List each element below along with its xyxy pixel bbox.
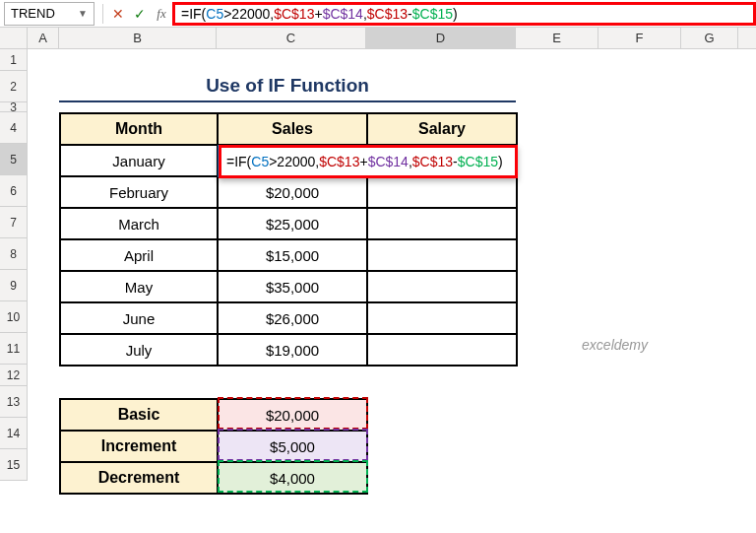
formula-bar: TREND ▼ ✕ ✓ fx =IF(C5>22000,$C$13+$C$14,… (0, 0, 756, 28)
formula-input[interactable]: =IF(C5>22000,$C$13+$C$14,$C$13-$C$15) (172, 2, 756, 26)
cell-salary[interactable] (367, 208, 517, 239)
row-header[interactable]: 7 (0, 207, 28, 238)
cell-month[interactable]: April (60, 239, 218, 271)
col-header-G[interactable]: G (681, 28, 738, 48)
cell-sales[interactable]: $20,000 (218, 176, 367, 208)
row-header[interactable]: 15 (0, 449, 28, 481)
th-sales[interactable]: Sales (218, 113, 367, 145)
row-header[interactable]: 3 (0, 102, 28, 112)
cell-month[interactable]: May (60, 271, 218, 302)
row-header[interactable]: 1 (0, 49, 28, 71)
fx-icon[interactable]: fx (151, 3, 172, 25)
cell-sales[interactable]: $35,000 (218, 271, 367, 302)
page-title: Use of IF Function (59, 71, 516, 102)
cell-salary[interactable] (367, 239, 517, 271)
row-header[interactable]: 12 (0, 365, 28, 386)
th-increment[interactable]: Increment (60, 431, 218, 462)
spreadsheet-grid: A B C D E F G 1 2 3 4 5 6 7 8 9 10 11 12… (0, 28, 756, 481)
col-header-F[interactable]: F (598, 28, 681, 48)
th-decrement[interactable]: Decrement (60, 462, 218, 494)
col-header-B[interactable]: B (59, 28, 217, 48)
cell-month[interactable]: March (60, 208, 218, 239)
cell-sales[interactable]: $19,000 (218, 334, 367, 366)
row-header[interactable]: 4 (0, 112, 28, 144)
row-header[interactable]: 8 (0, 238, 28, 270)
cell-sales[interactable]: $15,000 (218, 239, 367, 271)
cell-sales[interactable]: $26,000 (218, 302, 367, 334)
row-header[interactable]: 2 (0, 71, 28, 102)
active-cell-formula[interactable]: =IF(C5>22000,$C$13+$C$14,$C$13-$C$15) (219, 145, 518, 178)
cell-salary[interactable] (367, 334, 517, 366)
cell-month[interactable]: July (60, 334, 218, 366)
confirm-icon[interactable]: ✓ (129, 3, 151, 25)
cell-month[interactable]: June (60, 302, 218, 334)
cells-area[interactable]: 1 2 3 4 5 6 7 8 9 10 11 12 13 14 15 Use … (0, 49, 756, 481)
row-header[interactable]: 14 (0, 418, 28, 449)
col-header-E[interactable]: E (516, 28, 598, 48)
row-header[interactable]: 6 (0, 175, 28, 207)
watermark: exceldemy (582, 337, 648, 353)
cell-salary[interactable] (367, 176, 517, 208)
name-box[interactable]: TREND ▼ (4, 2, 94, 26)
row-header[interactable]: 11 (0, 333, 28, 365)
th-salary[interactable]: Salary (367, 113, 517, 145)
row-header[interactable]: 9 (0, 270, 28, 301)
cell-sales[interactable]: $25,000 (218, 208, 367, 239)
cancel-icon[interactable]: ✕ (107, 3, 129, 25)
chevron-down-icon[interactable]: ▼ (78, 8, 88, 19)
reference-highlight-c15 (218, 460, 368, 493)
column-headers: A B C D E F G (0, 28, 756, 49)
th-month[interactable]: Month (60, 113, 218, 145)
col-header-D[interactable]: D (366, 28, 516, 48)
cell-month[interactable]: February (60, 176, 218, 208)
name-box-value: TREND (11, 6, 55, 21)
row-header[interactable]: 13 (0, 386, 28, 418)
cell-month[interactable]: January (60, 145, 218, 176)
col-header-C[interactable]: C (217, 28, 366, 48)
reference-highlight-c13 (218, 397, 368, 430)
reference-highlight-c14 (218, 429, 368, 461)
row-header[interactable]: 5 (0, 144, 28, 175)
row-header[interactable]: 10 (0, 301, 28, 333)
select-all-corner[interactable] (0, 28, 28, 48)
separator (102, 4, 103, 24)
cell-salary[interactable] (367, 271, 517, 302)
col-header-A[interactable]: A (28, 28, 59, 48)
cell-salary[interactable] (367, 302, 517, 334)
th-basic[interactable]: Basic (60, 399, 218, 431)
